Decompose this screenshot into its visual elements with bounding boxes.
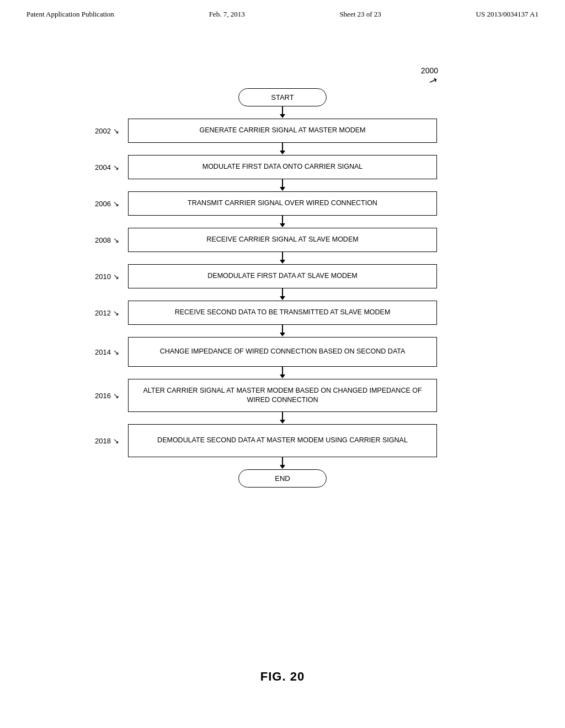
step-box-2010: DEMODULATE FIRST DATA AT SLAVE MODEM (128, 264, 437, 288)
header-date: Feb. 7, 2013 (209, 10, 245, 19)
arrow-5 (280, 288, 285, 301)
arrow-9 (280, 457, 285, 469)
end-box: END (238, 469, 327, 488)
diagram-arrow-icon: ↙ (427, 74, 439, 88)
step-label-2012: 2012 ↘ (95, 309, 119, 317)
end-step: END (95, 469, 470, 488)
arrow-2 (280, 179, 285, 191)
diagram-id-label: 2000 (421, 66, 438, 75)
step-2014: 2014 ↘ CHANGE IMPEDANCE OF WIRED CONNECT… (95, 337, 470, 367)
arrow-0 (280, 106, 285, 119)
page-header: Patent Application Publication Feb. 7, 2… (0, 0, 565, 19)
step-2016: 2016 ↘ ALTER CARRIER SIGNAL AT MASTER MO… (95, 379, 470, 412)
step-2006: 2006 ↘ TRANSMIT CARRIER SIGNAL OVER WIRE… (95, 191, 470, 216)
flowchart: START 2002 ↘ GENERATE CARRIER SIGNAL AT … (95, 88, 470, 488)
step-box-2006: TRANSMIT CARRIER SIGNAL OVER WIRED CONNE… (128, 191, 437, 216)
arrow-6 (280, 325, 285, 337)
step-2004: 2004 ↘ MODULATE FIRST DATA ONTO CARRIER … (95, 155, 470, 179)
step-label-2008: 2008 ↘ (95, 236, 119, 244)
start-box: START (238, 88, 327, 106)
step-box-2008: RECEIVE CARRIER SIGNAL AT SLAVE MODEM (128, 228, 437, 252)
step-label-2006: 2006 ↘ (95, 200, 119, 208)
step-2002: 2002 ↘ GENERATE CARRIER SIGNAL AT MASTER… (95, 119, 470, 143)
step-box-2002: GENERATE CARRIER SIGNAL AT MASTER MODEM (128, 119, 437, 143)
step-box-2014: CHANGE IMPEDANCE OF WIRED CONNECTION BAS… (128, 337, 437, 367)
arrow-8 (280, 412, 285, 424)
arrow-7 (280, 367, 285, 379)
step-label-2010: 2010 ↘ (95, 272, 119, 281)
arrow-1 (280, 143, 285, 155)
header-patent: US 2013/0034137 A1 (476, 10, 539, 19)
step-label-2018: 2018 ↘ (95, 437, 119, 445)
header-left: Patent Application Publication (26, 10, 114, 19)
diagram-area: 2000 ↙ START 2002 ↘ GENERATE CARRIER SIG… (0, 66, 565, 728)
step-box-2004: MODULATE FIRST DATA ONTO CARRIER SIGNAL (128, 155, 437, 179)
step-box-2012: RECEIVE SECOND DATA TO BE TRANSMITTED AT… (128, 301, 437, 325)
step-box-2016: ALTER CARRIER SIGNAL AT MASTER MODEM BAS… (128, 379, 437, 412)
figure-label: FIG. 20 (260, 670, 305, 684)
step-label-2016: 2016 ↘ (95, 392, 119, 400)
start-step: START (95, 88, 470, 106)
step-2008: 2008 ↘ RECEIVE CARRIER SIGNAL AT SLAVE M… (95, 228, 470, 252)
step-2010: 2010 ↘ DEMODULATE FIRST DATA AT SLAVE MO… (95, 264, 470, 288)
header-sheet: Sheet 23 of 23 (339, 10, 381, 19)
step-label-2004: 2004 ↘ (95, 163, 119, 172)
step-box-2018: DEMODULATE SECOND DATA AT MASTER MODEM U… (128, 424, 437, 457)
arrow-3 (280, 216, 285, 228)
step-2012: 2012 ↘ RECEIVE SECOND DATA TO BE TRANSMI… (95, 301, 470, 325)
step-label-2014: 2014 ↘ (95, 348, 119, 356)
step-2018: 2018 ↘ DEMODULATE SECOND DATA AT MASTER … (95, 424, 470, 457)
arrow-4 (280, 252, 285, 264)
step-label-2002: 2002 ↘ (95, 127, 119, 135)
